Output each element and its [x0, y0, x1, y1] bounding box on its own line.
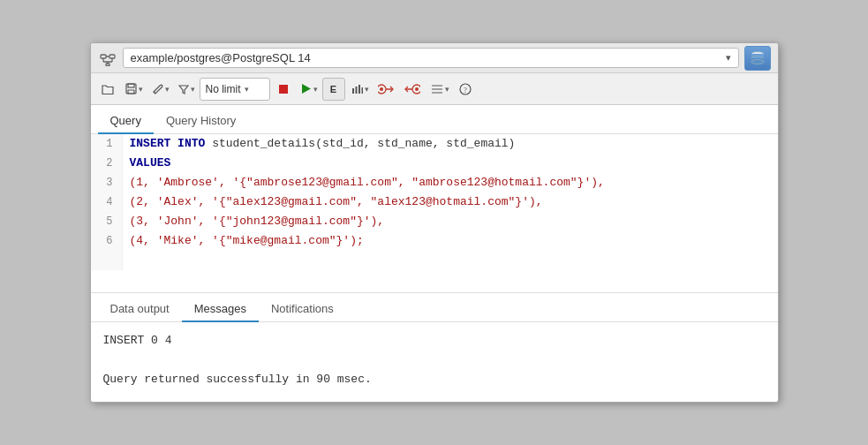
svg-rect-1 — [109, 55, 115, 58]
svg-rect-21 — [359, 85, 360, 94]
line-content-7 — [123, 251, 144, 270]
code-line-7 — [91, 251, 778, 270]
tab-query[interactable]: Query — [98, 109, 154, 134]
output-line-1: INSERT 0 4 — [103, 331, 766, 351]
help-button[interactable]: ? — [454, 78, 477, 101]
line-number-3: 3 — [91, 173, 123, 192]
svg-rect-19 — [352, 88, 354, 94]
filter-button[interactable]: ▾ — [174, 78, 198, 101]
code-line-2: 2 VALUES — [91, 154, 778, 173]
limit-dropdown[interactable]: No limit ▾ — [200, 78, 270, 101]
filter-dropdown-chevron: ▾ — [191, 85, 195, 94]
output-tabs: Data output Messages Notifications — [91, 293, 778, 322]
svg-marker-18 — [302, 84, 311, 94]
explain-label: E — [330, 84, 336, 94]
svg-rect-20 — [355, 87, 357, 94]
output-panel: INSERT 0 4 Query returned successfully i… — [91, 322, 778, 402]
macros-button[interactable]: ▾ — [426, 78, 452, 101]
line-number-4: 4 — [91, 192, 123, 212]
db-icon-button[interactable] — [744, 46, 771, 71]
line-number-5: 5 — [91, 212, 123, 231]
svg-point-12 — [751, 59, 764, 64]
code-line-3: 3 (1, 'Ambrose', '{"ambrose123@gmail.com… — [91, 173, 778, 192]
toolbar: ▾ ▾ ▾ No limit ▾ ▾ E ▾ — [91, 73, 778, 105]
rollback-button[interactable] — [400, 78, 425, 101]
macros-dropdown-chevron: ▾ — [445, 85, 449, 94]
svg-rect-17 — [279, 85, 288, 94]
svg-rect-14 — [128, 84, 134, 87]
title-bar: example/postgres@PostgreSQL 14 ▾ — [91, 43, 778, 73]
code-line-6: 6 (4, 'Mike', '{"mike@gmail.com"}'); — [91, 231, 778, 251]
tab-data-output[interactable]: Data output — [98, 297, 182, 322]
svg-rect-0 — [101, 55, 106, 58]
save-dropdown-chevron: ▾ — [139, 85, 143, 94]
connection-icon — [98, 49, 117, 68]
execute-dropdown-chevron: ▾ — [313, 85, 318, 94]
code-line-1: 1 INSERT INTO student_details(std_id, st… — [91, 134, 778, 154]
svg-point-24 — [380, 87, 383, 91]
line-content-5: (3, 'John', '{"john123@gmail.com"}'), — [123, 212, 392, 231]
tab-query-history[interactable]: Query History — [154, 109, 248, 134]
line-number-1: 1 — [91, 134, 123, 154]
tab-notifications[interactable]: Notifications — [259, 297, 346, 322]
line-content-4: (2, 'Alex', '{"alex123@gmail.com", "alex… — [123, 192, 550, 212]
code-line-5: 5 (3, 'John', '{"john123@gmail.com"}'), — [91, 212, 778, 231]
connection-chevron: ▾ — [726, 52, 731, 64]
line-content-6: (4, 'Mike', '{"mike@gmail.com"}'); — [123, 231, 371, 251]
main-window: example/postgres@PostgreSQL 14 ▾ ▾ ▾ — [90, 42, 779, 403]
output-line-2 — [103, 351, 766, 370]
chart-dropdown-chevron: ▾ — [365, 85, 369, 94]
execute-button[interactable]: ▾ — [297, 78, 321, 101]
svg-rect-22 — [361, 87, 363, 94]
code-editor[interactable]: 1 INSERT INTO student_details(std_id, st… — [91, 134, 778, 293]
line-number-2: 2 — [91, 154, 123, 173]
edit-button[interactable]: ▾ — [147, 78, 172, 101]
svg-text:?: ? — [464, 87, 467, 94]
svg-line-16 — [154, 92, 155, 94]
line-content-2: VALUES — [123, 154, 178, 173]
svg-rect-15 — [128, 90, 134, 94]
line-number-7 — [91, 251, 123, 270]
line-number-6: 6 — [91, 231, 123, 251]
connection-selector[interactable]: example/postgres@PostgreSQL 14 ▾ — [123, 48, 739, 68]
line-content-1: INSERT INTO student_details(std_id, std_… — [123, 134, 523, 154]
connection-label: example/postgres@PostgreSQL 14 — [131, 51, 311, 64]
edit-dropdown-chevron: ▾ — [165, 85, 170, 94]
svg-point-27 — [415, 87, 419, 91]
query-tabs: Query Query History — [91, 105, 778, 134]
explain-button[interactable]: E — [322, 78, 345, 101]
tab-messages[interactable]: Messages — [182, 297, 259, 322]
open-file-button[interactable] — [96, 78, 119, 101]
output-line-3: Query returned successfully in 90 msec. — [103, 370, 766, 389]
code-line-4: 4 (2, 'Alex', '{"alex123@gmail.com", "al… — [91, 192, 778, 212]
line-content-3: (1, 'Ambrose', '{"ambrose123@gmail.com",… — [123, 173, 612, 192]
svg-rect-7 — [106, 64, 109, 66]
limit-label: No limit — [206, 83, 241, 95]
stop-button[interactable] — [272, 78, 295, 101]
commit-button[interactable] — [374, 78, 398, 101]
chart-button[interactable]: ▾ — [347, 78, 372, 101]
save-button[interactable]: ▾ — [121, 78, 146, 101]
limit-chevron: ▾ — [245, 85, 249, 94]
